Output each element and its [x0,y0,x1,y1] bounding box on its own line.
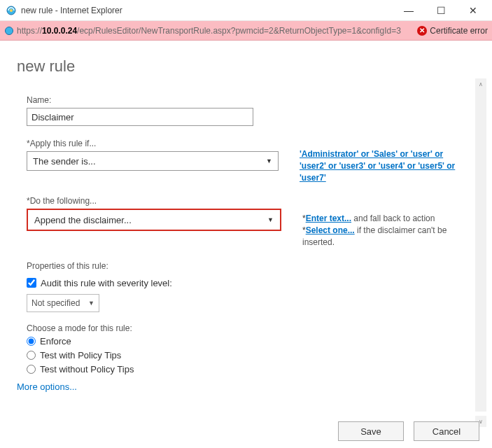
scrollbar-track[interactable] [475,90,486,412]
severity-value: Not specified [31,298,88,308]
audit-checkbox[interactable] [27,278,36,288]
properties-label: Properties of this rule: [27,261,465,271]
do-following-side: *Enter text... and fall back to action *… [302,213,465,248]
more-options-link[interactable]: More options... [17,382,465,392]
mode-radio-group: Enforce Test with Policy Tips Test witho… [27,336,465,374]
chevron-down-icon: ▼ [88,300,94,307]
address-bar[interactable]: https://10.0.0.24/ecp/RulesEditor/NewTra… [0,21,492,41]
do-following-select[interactable]: Append the disclaimer... ▼ [29,211,279,229]
mode-notips-label: Test without Policy Tips [40,364,134,374]
page-title: new rule [17,57,475,76]
sender-list-link[interactable]: 'Administrator' or 'Sales' or 'user' or … [300,149,455,183]
do-following-value: Append the disclaimer... [34,215,267,225]
mode-enforce-radio[interactable] [27,337,36,346]
do-following-highlight: Append the disclaimer... ▼ [27,209,281,231]
name-input[interactable] [27,108,253,126]
minimize-button[interactable]: ― [393,0,425,21]
certificate-error-badge[interactable]: ✕ Certificate error [417,26,488,36]
scroll-up-button[interactable]: ∧ [475,78,486,90]
svg-point-1 [10,9,13,12]
do-following-label: Do the following... [27,196,465,206]
enter-text-link[interactable]: Enter text... [306,214,351,223]
ie-icon [6,5,17,16]
cancel-button[interactable]: Cancel [414,421,479,441]
mode-tips-radio[interactable] [27,351,36,360]
window-title: new rule - Internet Explorer [21,6,393,15]
audit-label: Audit this rule with severity level: [41,278,172,288]
error-icon: ✕ [417,26,427,36]
chevron-down-icon: ▼ [266,158,272,164]
ie-small-icon [4,26,14,36]
mode-enforce-label: Enforce [40,336,71,346]
cert-error-text: Certificate error [430,26,488,36]
save-button[interactable]: Save [338,421,404,441]
mode-notips-radio[interactable] [27,365,36,374]
mode-label: Choose a mode for this rule: [27,323,465,333]
close-button[interactable]: ✕ [457,0,489,21]
svg-point-2 [6,27,13,34]
window-titlebar: new rule - Internet Explorer ― ☐ ✕ [0,0,492,21]
chevron-down-icon: ▼ [267,216,274,223]
apply-if-value: The sender is... [33,156,266,167]
apply-if-side-value: 'Administrator' or 'Sales' or 'user' or … [300,148,465,183]
apply-if-select[interactable]: The sender is... ▼ [27,151,279,171]
maximize-button[interactable]: ☐ [425,0,457,21]
mode-tips-label: Test with Policy Tips [40,350,121,360]
name-label: Name: [27,95,465,105]
url-text: https://10.0.0.24/ecp/RulesEditor/NewTra… [17,26,417,36]
select-one-link[interactable]: Select one... [306,225,355,235]
apply-if-label: Apply this rule if... [27,139,465,148]
severity-select[interactable]: Not specified ▼ [27,294,99,312]
